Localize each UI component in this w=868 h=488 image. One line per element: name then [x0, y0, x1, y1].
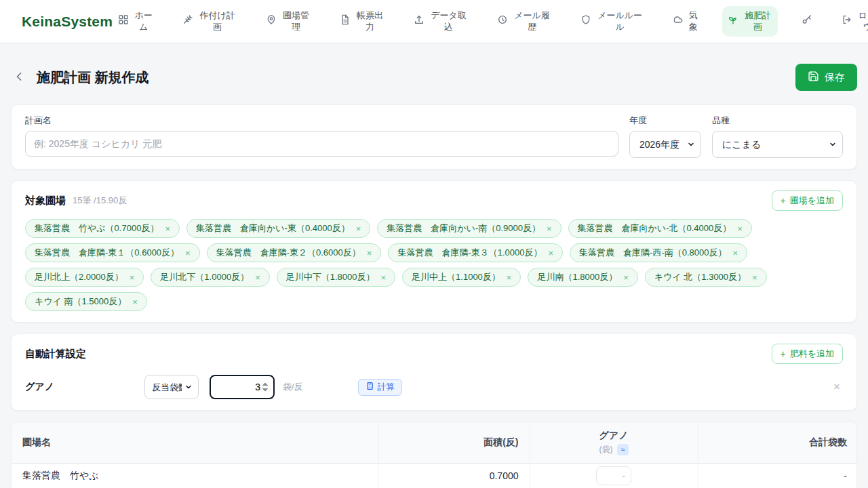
back-button[interactable]	[11, 68, 27, 87]
history-icon	[497, 14, 508, 28]
nav-item-logout[interactable]: ログアウト	[836, 6, 868, 37]
col-area: 面積(反)	[378, 422, 530, 463]
close-icon: ×	[833, 380, 840, 393]
amount-input[interactable]	[210, 375, 275, 399]
close-icon: ×	[732, 248, 738, 258]
nav-item-api-key[interactable]	[796, 10, 818, 32]
field-chip: 足川南（1.8000反） ×	[528, 268, 637, 287]
approx-badge[interactable]: ≈	[617, 444, 628, 455]
nav-item-home[interactable]: ホーム	[113, 6, 159, 37]
chip-remove-button[interactable]: ×	[547, 224, 552, 233]
nav-item-label: 圃場管理	[281, 10, 311, 33]
wheat-icon	[182, 14, 193, 28]
chip-remove-button[interactable]: ×	[548, 249, 553, 258]
nav-item-label: ログアウト	[857, 10, 868, 33]
fields-table-card: 圃場名 面積(反) グアノ (袋) ≈ 合計袋数 集落営農 竹やぶ 0.7000	[11, 422, 857, 488]
nav-item-data-import[interactable]: データ取込	[408, 6, 473, 37]
field-chip-label: 集落営農 倉庫隣-東２（0.6000反）	[216, 247, 361, 259]
remove-fertilizer-button[interactable]: ×	[831, 380, 843, 394]
plan-name-label: 計画名	[25, 115, 618, 127]
field-chip: 集落営農 倉庫向かい-北（0.4000反） ×	[568, 219, 752, 238]
nav-item-field-management[interactable]: 圃場管理	[260, 6, 316, 37]
field-chip-label: 集落営農 倉庫隣-西-南（0.8000反）	[579, 247, 726, 259]
nav-item-mail-rules[interactable]: メールルール	[575, 6, 649, 37]
chip-remove-button[interactable]: ×	[367, 249, 372, 258]
map-pin-icon	[266, 14, 277, 28]
nav-item-label: メール履歴	[513, 10, 551, 33]
year-select[interactable]: 2026年度	[629, 131, 701, 158]
nav-item-fertilization-plan[interactable]: 施肥計画	[722, 6, 778, 37]
chip-remove-button[interactable]: ×	[623, 273, 629, 282]
add-field-button[interactable]: + 圃場を追加	[772, 190, 844, 211]
table-row: 集落営農 竹やぶ 0.7000 -	[12, 463, 857, 488]
close-icon: ×	[547, 224, 552, 234]
close-icon: ×	[752, 272, 757, 283]
plan-form-card: 計画名 年度 2026年度 品種 にこまる	[11, 104, 857, 169]
grid-icon	[118, 14, 129, 28]
field-chip: 集落営農 倉庫隣-東３（1.0000反） ×	[388, 243, 563, 262]
close-icon: ×	[130, 272, 135, 283]
page-head: 施肥計画 新規作成 保存	[11, 64, 857, 91]
field-chip-label: 足川南（1.8000反）	[537, 271, 617, 283]
nav-item-mail-history[interactable]: メール履歴	[492, 6, 557, 37]
save-button-label: 保存	[825, 71, 845, 84]
col-fertilizer-name: グアノ	[541, 430, 687, 442]
cell-total: -	[698, 463, 857, 488]
close-icon: ×	[548, 248, 553, 258]
nav-item-label: ホーム	[134, 10, 153, 33]
chip-remove-button[interactable]: ×	[185, 249, 191, 258]
chip-remove-button[interactable]: ×	[130, 273, 135, 282]
close-icon: ×	[185, 248, 191, 258]
add-fertilizer-button[interactable]: + 肥料を追加	[772, 344, 844, 364]
chip-remove-button[interactable]: ×	[752, 273, 757, 282]
nav-item-weather[interactable]: 気象	[667, 6, 704, 37]
chip-remove-button[interactable]: ×	[255, 273, 260, 282]
brand-logo: KeinaSystem	[22, 14, 113, 30]
shield-icon	[580, 14, 591, 28]
field-chip: 集落営農 倉庫向かい-南（0.9000反） ×	[377, 219, 561, 238]
logout-icon	[842, 14, 852, 28]
field-chip-label: 集落営農 倉庫隣-東１（0.6000反）	[35, 247, 179, 259]
plan-name-input[interactable]	[25, 131, 618, 157]
close-icon: ×	[380, 272, 386, 283]
fields-table: 圃場名 面積(反) グアノ (袋) ≈ 合計袋数 集落営農 竹やぶ 0.7000	[12, 422, 857, 488]
col-field-name: 圃場名	[12, 422, 378, 463]
amount-unit: 袋/反	[283, 381, 303, 393]
calc-mode-select[interactable]: 反当袋数	[144, 375, 199, 399]
chip-remove-button[interactable]: ×	[737, 224, 743, 233]
field-chip: 集落営農 倉庫向かい-東（0.4000反） ×	[186, 219, 370, 238]
chip-remove-button[interactable]: ×	[356, 224, 361, 233]
save-icon	[808, 70, 819, 84]
field-chip-label: 足川中上（1.1000反）	[412, 271, 500, 283]
calculate-button[interactable]: 計算	[358, 379, 402, 396]
field-chip-label: 足川中下（1.8000反）	[286, 271, 375, 283]
chip-remove-button[interactable]: ×	[132, 298, 138, 306]
variety-select[interactable]: にこまる	[712, 131, 843, 158]
cell-area: 0.7000	[378, 463, 530, 488]
key-icon	[802, 14, 812, 28]
field-chip-label: 足川北下（1.0000反）	[160, 271, 249, 283]
chip-remove-button[interactable]: ×	[732, 249, 738, 258]
chevron-left-icon	[12, 70, 26, 85]
close-icon: ×	[737, 224, 743, 234]
nav-item-planting-plan[interactable]: 作付け計画	[177, 6, 242, 37]
bags-input[interactable]	[596, 466, 631, 485]
calculator-icon	[366, 382, 374, 392]
field-chip-label: 集落営農 倉庫向かい-南（0.9000反）	[387, 222, 540, 235]
cell-field-name: 集落営農 竹やぶ	[12, 463, 378, 488]
chip-remove-button[interactable]: ×	[507, 273, 512, 282]
close-icon: ×	[165, 224, 170, 234]
close-icon: ×	[623, 272, 629, 283]
field-chip: キウイ 北（1.3000反） ×	[645, 268, 767, 287]
close-icon: ×	[132, 297, 138, 307]
chip-remove-button[interactable]: ×	[165, 224, 170, 233]
chip-remove-button[interactable]: ×	[380, 273, 386, 282]
field-chip: 集落営農 倉庫隣-西-南（0.8000反） ×	[570, 243, 747, 262]
nav-item-report-output[interactable]: 帳票出力	[334, 6, 390, 37]
top-nav: KeinaSystem ホーム 作付け計画 圃場管理 帳票出力 データ取込 メー…	[0, 0, 868, 43]
save-button[interactable]: 保存	[795, 64, 857, 91]
nav-item-label: メールルール	[596, 10, 644, 33]
field-chip: 集落営農 竹やぶ（0.7000反） ×	[25, 219, 180, 238]
nav-item-label: 作付け計画	[198, 10, 237, 33]
field-chip: キウイ 南（1.5000反） ×	[25, 292, 147, 311]
